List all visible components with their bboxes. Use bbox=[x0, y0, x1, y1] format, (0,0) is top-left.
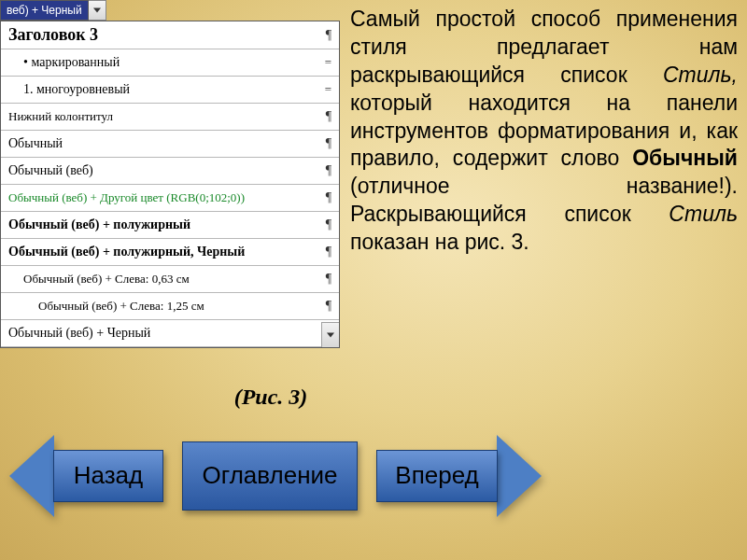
style-footer[interactable]: Нижний колонтитул ¶ bbox=[1, 104, 339, 131]
style-normal-web-bold-black[interactable]: Обычный (веб) + полужирный, Черный ¶ bbox=[1, 239, 339, 266]
style-label: Обычный (веб) + полужирный bbox=[8, 217, 190, 232]
figure-caption: (Рис. 3) bbox=[224, 385, 317, 409]
back-label: Назад bbox=[53, 450, 163, 502]
style-normal-web[interactable]: Обычный (веб) ¶ bbox=[1, 158, 339, 185]
style-label: Обычный (веб) + Черный bbox=[8, 326, 150, 341]
desc-part4: показан на рис. 3. bbox=[350, 230, 529, 254]
toc-label: Оглавление bbox=[182, 441, 358, 511]
style-normal-web-black[interactable]: Обычный (веб) + Черный ¶ bbox=[1, 320, 339, 347]
style-label: маркированный bbox=[23, 55, 120, 70]
pilcrow-icon: ¶ bbox=[326, 163, 331, 178]
dropdown-selected-text: веб) + Черный bbox=[0, 0, 89, 21]
style-heading3[interactable]: Заголовок 3 ¶ bbox=[1, 21, 339, 49]
pilcrow-icon: ¶ bbox=[326, 190, 331, 205]
pilcrow-icon: ¶ bbox=[326, 299, 331, 314]
desc-style-word: Стиль, bbox=[663, 63, 738, 87]
style-dropdown-selector[interactable]: веб) + Черный bbox=[0, 0, 106, 21]
scroll-down-icon[interactable] bbox=[321, 322, 339, 347]
pilcrow-icon: ¶ bbox=[326, 109, 331, 124]
pilcrow-icon: ¶ bbox=[326, 28, 331, 43]
pilcrow-icon: ¶ bbox=[326, 245, 331, 259]
style-label: Обычный (веб) + Слева: 0,63 см bbox=[23, 272, 190, 287]
style-normal-web-indent-063[interactable]: Обычный (веб) + Слева: 0,63 см ¶ bbox=[1, 266, 339, 293]
style-normal-web-indent-125[interactable]: Обычный (веб) + Слева: 1,25 см ¶ bbox=[1, 293, 339, 320]
chevron-down-icon[interactable] bbox=[89, 0, 106, 21]
description-text: Самый простой способ применения стиля пр… bbox=[350, 6, 738, 257]
style-label: 1. многоуровневый bbox=[23, 82, 130, 97]
desc-style-word2: Стиль bbox=[669, 202, 738, 226]
style-normal-web-bold[interactable]: Обычный (веб) + полужирный ¶ bbox=[1, 212, 339, 239]
style-normal-web-color[interactable]: Обычный (веб) + Другой цвет (RGB(0;102;0… bbox=[1, 185, 339, 212]
style-label: Заголовок 3 bbox=[8, 25, 98, 45]
style-label: Обычный bbox=[8, 136, 63, 151]
pilcrow-icon: ¶ bbox=[326, 217, 331, 232]
style-bulleted[interactable]: маркированный = bbox=[1, 49, 339, 77]
list-marker-icon: = bbox=[325, 82, 331, 97]
desc-bold-word: Обычный bbox=[632, 146, 738, 170]
forward-label: Вперед bbox=[376, 450, 498, 502]
toc-button[interactable]: Оглавление bbox=[182, 434, 358, 518]
list-marker-icon: = bbox=[325, 55, 331, 70]
style-label: Обычный (веб) + полужирный, Черный bbox=[8, 245, 245, 259]
style-label: Обычный (веб) + Другой цвет (RGB(0;102;0… bbox=[8, 190, 245, 205]
style-list-panel: Заголовок 3 ¶ маркированный = 1. многоур… bbox=[0, 21, 340, 348]
pilcrow-icon: ¶ bbox=[326, 136, 331, 151]
arrow-right-icon bbox=[497, 435, 542, 517]
back-button[interactable]: Назад bbox=[9, 434, 163, 518]
style-numbered[interactable]: 1. многоуровневый = bbox=[1, 77, 339, 104]
style-normal[interactable]: Обычный ¶ bbox=[1, 131, 339, 158]
arrow-left-icon bbox=[9, 435, 54, 517]
style-label: Нижний колонтитул bbox=[8, 109, 113, 124]
nav-arrows: Назад Оглавление Вперед bbox=[9, 434, 542, 518]
pilcrow-icon: ¶ bbox=[326, 272, 331, 287]
forward-button[interactable]: Вперед bbox=[376, 434, 542, 518]
style-label: Обычный (веб) + Слева: 1,25 см bbox=[38, 299, 204, 314]
style-label: Обычный (веб) bbox=[8, 163, 93, 178]
